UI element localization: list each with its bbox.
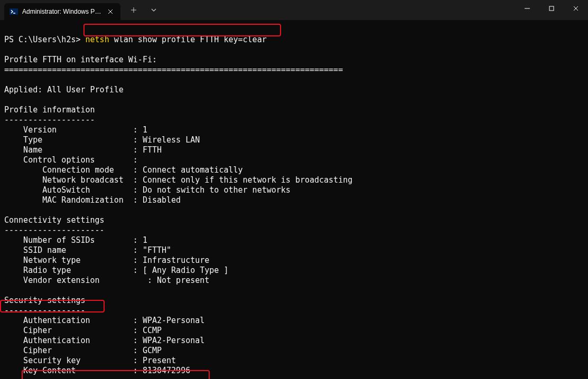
tab-close-button[interactable] [106,7,115,16]
profile-line: Name : FTTH [4,145,162,155]
security-line: Authentication : WPA2-Personal [4,336,204,345]
window-controls [515,0,588,17]
connectivity-line: SSID name : "FTTH" [4,245,171,255]
profile-line: Version : 1 [4,125,147,135]
profile-line: Connection mode : Connect automatically [4,165,243,175]
section-underline: ------------------- [4,115,95,125]
profile-line: Network broadcast : Connect only if this… [4,175,352,185]
section-title-security: Security settings [4,296,86,305]
connectivity-line: Radio type : [ Any Radio Type ] [4,266,228,275]
svg-rect-0 [10,8,18,15]
security-line: Cipher : CCMP [4,326,162,335]
profile-header: Profile FTTH on interface Wi-Fi: [4,55,157,64]
minimize-button[interactable] [515,0,539,17]
section-underline: ----------------- [4,306,86,315]
profile-line: MAC Randomization : Disabled [4,195,181,205]
terminal-content[interactable]: PS C:\Users\h2s> netsh wlan show profile… [0,20,588,379]
security-line: Security key : Present [4,356,176,365]
close-window-button[interactable] [564,0,588,17]
tabs-area: Administrator: Windows PowerS [0,0,163,20]
section-title-connectivity: Connectivity settings [4,215,105,225]
connectivity-line: Vendor extension : Not present [4,276,209,285]
profile-line: Type : Wireless LAN [4,135,200,145]
command-rest: wlan show profile FTTH key=clear [109,35,267,44]
profile-line: AutoSwitch : Do not switch to other netw… [4,185,291,195]
prompt-prefix: PS [4,35,18,44]
divider: ========================================… [4,65,343,74]
security-line: Cipher : GCMP [4,346,162,355]
prompt-path: C:\Users\h2s> [18,35,85,44]
tab-title: Administrator: Windows PowerS [22,8,101,15]
profile-line: Control options : [4,155,138,165]
connectivity-line: Number of SSIDs : 1 [4,235,147,245]
section-underline: --------------------- [4,225,105,235]
command-highlight: netsh [86,35,109,44]
terminal-output: PS C:\Users\h2s> netsh wlan show profile… [0,20,588,379]
tab-powershell[interactable]: Administrator: Windows PowerS [4,3,120,20]
svg-rect-7 [549,6,554,11]
maximize-button[interactable] [539,0,564,17]
tab-actions [120,0,163,20]
tab-dropdown-button[interactable] [145,2,163,18]
new-tab-button[interactable] [125,2,143,18]
security-line-key: Key Content : 8130472996 [4,366,190,375]
powershell-icon [10,7,18,16]
connectivity-line: Network type : Infrastructure [4,255,209,265]
applied-line: Applied: All User Profile [4,85,124,94]
security-line: Authentication : WPA2-Personal [4,316,204,325]
section-title-profile: Profile information [4,105,95,115]
titlebar: Administrator: Windows PowerS [0,0,588,20]
